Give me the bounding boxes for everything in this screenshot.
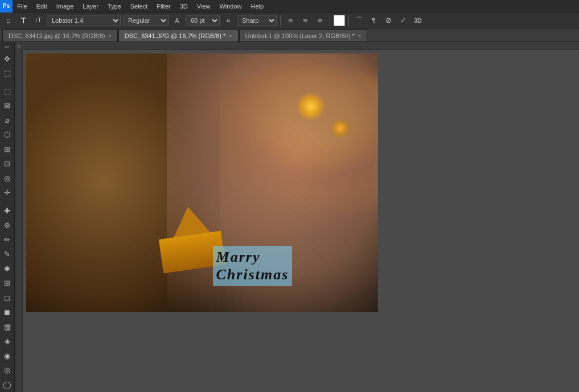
tool-group-dodge: ◯ ◑ — [1, 378, 14, 392]
heal-tool[interactable]: ⊕ — [1, 218, 14, 232]
font-style-select[interactable]: Regular — [123, 15, 169, 26]
tab-close-dsc63412[interactable]: × — [109, 33, 112, 39]
dodge-tool[interactable]: ◯ — [1, 378, 14, 391]
menu-help[interactable]: Help — [247, 2, 269, 11]
ps-logo: Ps — [0, 0, 13, 13]
blur-tool[interactable]: ◉ — [1, 349, 14, 362]
bg-eraser-tool[interactable]: ◼ — [1, 305, 14, 319]
font-size-icon: A — [171, 14, 183, 27]
tool-group-heal: ✚ ⊕ — [1, 204, 14, 232]
3d-button[interactable]: 3D — [412, 14, 424, 27]
pattern-stamp-tool[interactable]: ⊞ — [1, 276, 14, 290]
main-area: «» ✥ ⬚ ⬚ ⊠ ⌀ ⬡ ⊞ ⊡ ◎ ✛ ✚ ⊕ ✏ ✎ — [0, 42, 579, 392]
tab-close-dsc6341[interactable]: × — [229, 33, 232, 39]
sharpen-tool[interactable]: ◎ — [1, 363, 14, 377]
paint-bucket-tool[interactable]: ◈ — [1, 334, 14, 348]
artboard-tool[interactable]: ⬚ — [1, 66, 14, 80]
tab-dsc63412[interactable]: DSC_63412.jpg @ 16,7% (RGB/8) × — [2, 29, 118, 42]
tool-group-clone: ✱ ⊞ — [1, 262, 14, 290]
toolbox-collapse[interactable]: «» — [5, 44, 10, 49]
tool-group-gradient: ▦ ◈ — [1, 320, 14, 348]
tool-group-lasso: ⌀ ⬡ — [1, 113, 14, 141]
tool-group-eyedropper: ◎ ✛ — [1, 171, 14, 199]
ruler-top: ⊕ — [15, 42, 579, 50]
ruler-corner: ⊕ — [15, 42, 23, 50]
font-size-select[interactable]: 60 pt — [186, 15, 220, 26]
tool-group-eraser: ◻ ◼ — [1, 291, 14, 319]
text-line1-display: Marry — [216, 248, 289, 266]
menu-3d[interactable]: 3D — [175, 2, 192, 11]
menu-image[interactable]: Image — [52, 2, 79, 11]
tab-untitled1[interactable]: Untitled-1 @ 100% (Layer 2, RGB/8#) * × — [239, 29, 367, 42]
tool-group-crop: ⊞ ⊡ — [1, 142, 14, 170]
spot-heal-tool[interactable]: ✚ — [1, 204, 14, 217]
eyedropper-tool[interactable]: ◎ — [1, 171, 14, 185]
canvas-image: Marry Christmas — [26, 53, 378, 312]
warp-text-button[interactable]: ⌒ — [352, 14, 365, 27]
menu-items: File Edit Image Layer Type Select Filter… — [13, 2, 268, 11]
ruler-left — [15, 50, 23, 392]
tab-label-untitled1: Untitled-1 @ 100% (Layer 2, RGB/8#) * — [245, 32, 355, 39]
divider-3 — [348, 15, 349, 26]
eraser-tool[interactable]: ◻ — [1, 291, 14, 304]
antialiasing-icon: a — [222, 14, 235, 27]
gradient-tool[interactable]: ▦ — [1, 320, 14, 333]
font-family-select[interactable]: Lobster 1.4 — [47, 15, 121, 26]
toolbox: «» ✥ ⬚ ⬚ ⊠ ⌀ ⬡ ⊞ ⊡ ◎ ✛ ✚ ⊕ ✏ ✎ — [0, 42, 15, 392]
text-overlay-container: Marry Christmas — [213, 246, 293, 286]
lasso-tool[interactable]: ⌀ — [1, 113, 14, 127]
menu-window[interactable]: Window — [215, 2, 246, 11]
brush-tool[interactable]: ✏ — [1, 233, 14, 246]
antialiasing-select[interactable]: Sharp — [237, 15, 277, 26]
divider-2 — [330, 15, 330, 26]
tool-group-selection: ⬚ ⊠ — [1, 84, 14, 112]
marquee-tool[interactable]: ⬚ — [1, 84, 14, 98]
tab-dsc6341[interactable]: DSC_6341.JPG @ 16,7% (RGB/8) * × — [118, 29, 239, 42]
tab-label-dsc6341: DSC_6341.JPG @ 16,7% (RGB/8) * — [125, 32, 225, 39]
character-panel-button[interactable]: ¶ — [367, 14, 380, 27]
no-symbol-button[interactable]: ⊘ — [382, 14, 395, 27]
menu-filter[interactable]: Filter — [152, 2, 175, 11]
light-orb-2 — [330, 118, 350, 138]
text-tool-icon[interactable]: T — [17, 14, 30, 27]
document-tabs: DSC_63412.jpg @ 16,7% (RGB/8) × DSC_6341… — [0, 28, 579, 42]
text-color-swatch[interactable] — [334, 15, 345, 26]
single-col-tool[interactable]: ⊠ — [1, 98, 14, 112]
perspective-crop-tool[interactable]: ⊡ — [1, 156, 14, 170]
clone-stamp-tool[interactable]: ✱ — [1, 262, 14, 275]
align-right-button[interactable]: ≡ — [314, 14, 326, 27]
commit-button[interactable]: ✓ — [397, 14, 409, 27]
tool-group-blur: ◉ ◎ — [1, 349, 14, 377]
tab-label-dsc63412: DSC_63412.jpg @ 16,7% (RGB/8) — [9, 32, 105, 39]
text-line2-display: Christmas — [216, 266, 289, 283]
tool-group-move: ✥ ⬚ — [1, 52, 14, 80]
color-sampler-tool[interactable]: ✛ — [1, 185, 14, 199]
menu-bar: Ps File Edit Image Layer Type Select Fil… — [0, 0, 579, 13]
move-tool[interactable]: ✥ — [1, 52, 14, 65]
canvas-area: ⊕ Marry Christmas — [15, 42, 579, 392]
options-bar: ⌂ T ↕T Lobster 1.4 Regular A 60 pt a Sha… — [0, 13, 579, 28]
pencil-tool[interactable]: ✎ — [1, 247, 14, 261]
tab-close-untitled1[interactable]: × — [358, 33, 361, 39]
align-left-button[interactable]: ≡ — [284, 14, 297, 27]
divider-1 — [280, 15, 281, 26]
menu-layer[interactable]: Layer — [78, 2, 103, 11]
menu-select[interactable]: Select — [126, 2, 153, 11]
menu-type[interactable]: Type — [103, 2, 126, 11]
text-orientation-icon[interactable]: ↕T — [32, 14, 44, 27]
align-center-button[interactable]: ≡ — [299, 14, 311, 27]
menu-view[interactable]: View — [192, 2, 215, 11]
menu-edit[interactable]: Edit — [32, 2, 52, 11]
tool-group-brush: ✏ ✎ — [1, 233, 14, 261]
menu-file[interactable]: File — [13, 2, 32, 11]
polygonal-lasso-tool[interactable]: ⬡ — [1, 127, 14, 141]
home-button[interactable]: ⌂ — [2, 14, 15, 27]
document-canvas[interactable]: Marry Christmas — [26, 53, 378, 312]
crop-tool[interactable]: ⊞ — [1, 142, 14, 156]
